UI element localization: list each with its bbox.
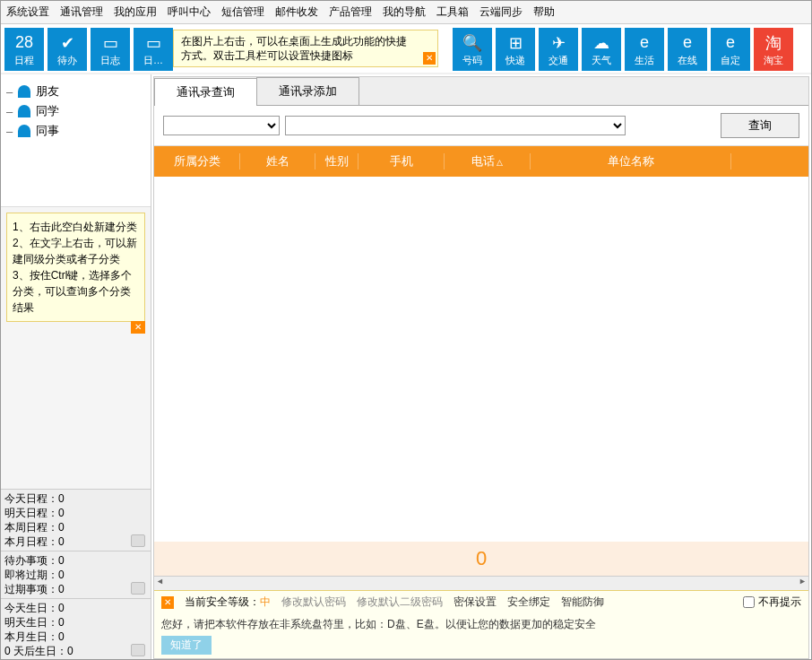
stat-group: 待办事项：0即将过期：0过期事项：0 [1, 551, 151, 599]
stat-row: 本周日程：0 [4, 520, 147, 534]
tooltip-text: 在图片上右击，可以在桌面上生成此功能的快捷方式。双击工具栏可以设置快捷图标 [181, 35, 407, 62]
category-tree: 朋友同学同事 [1, 74, 151, 207]
stat-row: 明天生日：0 [4, 615, 147, 630]
menu-item[interactable]: 工具箱 [436, 4, 469, 20]
close-icon[interactable]: ✕ [423, 52, 436, 65]
stat-row: 待办事项：0 [4, 553, 147, 568]
close-icon[interactable]: ✕ [131, 321, 145, 334]
menu-item[interactable]: 邮件收发 [275, 4, 318, 20]
close-icon[interactable]: ✕ [161, 596, 174, 609]
toolbar-在线[interactable]: e在线 [668, 28, 707, 71]
toolbar-tooltip: 在图片上右击，可以在桌面上生成此功能的快捷方式。双击工具栏可以设置快捷图标 ✕ [173, 30, 438, 67]
know-button[interactable]: 知道了 [161, 636, 212, 655]
column-header[interactable]: 姓名 [240, 153, 315, 169]
sidebar-stats: 今天日程：0明天日程：0本周日程：0本月日程：0待办事项：0即将过期：0过期事项… [1, 489, 151, 660]
menu-item[interactable]: 我的导航 [383, 4, 426, 20]
menu-item[interactable]: 通讯管理 [60, 4, 103, 20]
toolbar-交通[interactable]: ✈交通 [539, 28, 578, 71]
toolbar-天气[interactable]: ☁天气 [582, 28, 621, 71]
toolbar-icon: 28 [15, 32, 33, 54]
sidebar-help-tip: 1、右击此空白处新建分类 2、在文字上右击，可以新建同级分类或者子分类 3、按住… [6, 213, 145, 322]
stat-row: 本月生日：0 [4, 630, 147, 644]
stat-row: 过期事项：0 [4, 582, 147, 596]
toolbar-日…[interactable]: ▭日… [134, 28, 173, 71]
help-text: 1、右击此空白处新建分类 2、在文字上右击，可以新建同级分类或者子分类 3、按住… [13, 221, 137, 314]
stat-row: 今天生日：0 [4, 601, 147, 615]
security-bar: ✕ 当前安全等级：中 修改默认密码 修改默认二级密码 密保设置 安全绑定 智能防… [154, 590, 808, 613]
table-footer-count: 0 [154, 542, 808, 576]
toolbar-icon: 淘 [765, 32, 782, 54]
toolbar-icon: ▭ [146, 32, 161, 54]
stat-group: 今天生日：0明天生日：0本月生日：00 天后生日：0 [1, 599, 151, 660]
category-select[interactable] [163, 116, 280, 135]
person-icon [18, 85, 30, 98]
menu-item[interactable]: 帮助 [533, 4, 555, 20]
toolbar-淘宝[interactable]: 淘淘宝 [754, 28, 793, 71]
tree-item[interactable]: 同事 [6, 121, 145, 141]
toolbar-快递[interactable]: ⊞快递 [496, 28, 535, 71]
tab[interactable]: 通讯录添加 [256, 77, 359, 105]
storage-msg: 您好，请把本软件存放在非系统盘符里，比如：D盘、E盘。以便让您的数据更加的稳定安… [161, 617, 801, 632]
toolbar-icon: ▭ [103, 32, 118, 54]
toolbar-号码[interactable]: 🔍号码 [453, 28, 492, 71]
search-row: 查询 [154, 106, 808, 146]
stat-row: 明天日程：0 [4, 506, 147, 520]
stat-row: 今天日程：0 [4, 491, 147, 506]
menu-bar: 系统设置通讯管理我的应用呼叫中心短信管理邮件收发产品管理我的导航工具箱云端同步帮… [1, 1, 811, 24]
column-header[interactable]: 单位名称 [531, 153, 731, 169]
toolbar-icon: 🔍 [462, 32, 482, 54]
menu-item[interactable]: 系统设置 [6, 4, 49, 20]
stat-row: 0 天后生日：0 [4, 644, 147, 658]
sidebar: 朋友同学同事 1、右击此空白处新建分类 2、在文字上右击，可以新建同级分类或者子… [1, 74, 151, 660]
menu-item[interactable]: 产品管理 [329, 4, 372, 20]
horizontal-scrollbar[interactable] [154, 576, 808, 590]
table-body [154, 177, 808, 542]
toolbar: 28日程✔待办▭日志▭日… 在图片上右击，可以在桌面上生成此功能的快捷方式。双击… [1, 24, 811, 74]
opt-bind[interactable]: 安全绑定 [507, 595, 550, 610]
security-label: 当前安全等级：中 [185, 595, 271, 610]
keyword-select[interactable] [285, 116, 626, 135]
toolbar-icon: ☁ [593, 32, 609, 54]
calendar-icon[interactable] [131, 644, 145, 656]
content-pane: 通讯录查询通讯录添加 查询 所属分类姓名性别手机电话 △单位名称 0 ✕ 当前安… [153, 76, 809, 659]
toolbar-icon: e [640, 32, 649, 54]
column-header[interactable]: 手机 [358, 153, 445, 169]
no-remind-checkbox[interactable]: 不再提示 [743, 595, 801, 610]
search-button[interactable]: 查询 [721, 113, 799, 138]
toolbar-日志[interactable]: ▭日志 [91, 28, 130, 71]
menu-item[interactable]: 短信管理 [221, 4, 264, 20]
toolbar-自定[interactable]: e自定 [711, 28, 750, 71]
toolbar-icon: ✔ [61, 32, 74, 54]
menu-item[interactable]: 云端同步 [479, 4, 523, 20]
tab-bar: 通讯录查询通讯录添加 [154, 77, 808, 106]
stat-group: 今天日程：0明天日程：0本周日程：0本月日程：0 [1, 490, 151, 551]
column-header[interactable]: 性别 [315, 153, 358, 169]
menu-item[interactable]: 我的应用 [114, 4, 157, 20]
toolbar-icon: e [683, 32, 692, 54]
column-header[interactable]: 所属分类 [154, 153, 240, 169]
storage-tip-bar: 您好，请把本软件存放在非系统盘符里，比如：D盘、E盘。以便让您的数据更加的稳定安… [154, 613, 808, 658]
calendar-icon[interactable] [131, 534, 145, 547]
tree-item[interactable]: 同学 [6, 101, 145, 121]
toolbar-待办[interactable]: ✔待办 [48, 28, 87, 71]
person-icon [18, 105, 30, 117]
toolbar-icon: ⊞ [509, 32, 523, 54]
stat-row: 本月日程：0 [4, 534, 147, 549]
stat-row: 即将过期：0 [4, 568, 147, 582]
calendar-icon[interactable] [131, 582, 145, 595]
toolbar-日程[interactable]: 28日程 [4, 28, 44, 71]
opt-defense[interactable]: 智能防御 [561, 595, 604, 610]
opt-change-pwd[interactable]: 修改默认密码 [281, 595, 346, 610]
opt-secret[interactable]: 密保设置 [454, 595, 497, 610]
tree-item[interactable]: 朋友 [6, 82, 145, 101]
opt-change-pwd2[interactable]: 修改默认二级密码 [357, 595, 443, 610]
table-header: 所属分类姓名性别手机电话 △单位名称 [154, 146, 808, 177]
column-header[interactable]: 电话 △ [445, 153, 531, 169]
toolbar-生活[interactable]: e生活 [625, 28, 664, 71]
tab[interactable]: 通讯录查询 [154, 78, 257, 106]
menu-item[interactable]: 呼叫中心 [168, 4, 211, 20]
toolbar-icon: ✈ [552, 32, 566, 54]
person-icon [18, 125, 30, 137]
toolbar-icon: e [726, 32, 735, 54]
